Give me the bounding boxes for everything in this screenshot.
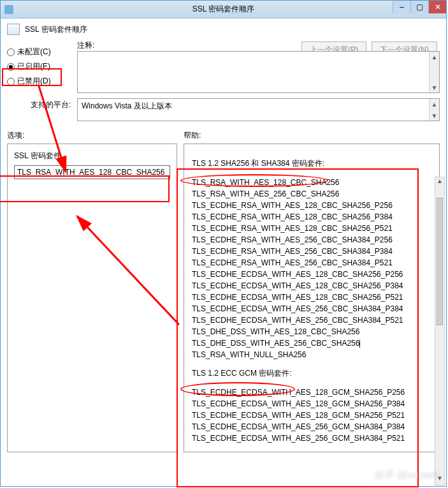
cipher-suite-input[interactable]: TLS_RSA_WITH_AES_128_CBC_SHA256	[14, 165, 170, 179]
cipher-suite-item: TLS_DHE_DSS_WITH_AES_128_CBC_SHA256	[192, 327, 426, 336]
watermark: 知乎 @onme0	[373, 469, 438, 482]
cipher-suite-item: TLS_ECDHE_ECDSA_WITH_AES_128_GCM_SHA256_…	[192, 388, 426, 397]
radio-not-configured[interactable]: 未配置(C)	[7, 47, 71, 57]
help-heading: TLS 1.2 SHA256 和 SHA384 密码套件:	[192, 158, 426, 169]
cipher-suite-item: TLS_ECDHE_ECDSA_WITH_AES_256_CBC_SHA384_…	[192, 316, 426, 325]
suite-label: SSL 密码套件	[14, 151, 170, 161]
cipher-suite-item: TLS_DHE_DSS_WITH_AES_256_CBC_SHA256	[192, 339, 426, 348]
help-label: 帮助:	[184, 130, 440, 141]
cipher-suite-item: TLS_RSA_WITH_AES_256_CBC_SHA256	[192, 189, 426, 198]
options-panel: SSL 密码套件 TLS_RSA_WITH_AES_128_CBC_SHA256	[7, 144, 177, 452]
help-panel: TLS 1.2 SHA256 和 SHA384 密码套件:TLS_RSA_WIT…	[184, 144, 440, 452]
options-label: 选项:	[7, 130, 177, 141]
scroll-up-icon: ▲	[430, 52, 439, 62]
platform-text: Windows Vista 及以上版本	[82, 101, 172, 110]
radio-disabled[interactable]: 已禁用(D)	[7, 76, 71, 87]
radio-label: 未配置(C)	[17, 47, 51, 57]
radio-icon	[7, 63, 15, 71]
titlebar: SSL 密码套件顺序 – ▢ ✕	[1, 1, 446, 18]
scroll-down-icon: ▼	[430, 82, 439, 92]
radio-enabled[interactable]: 已启用(E)	[7, 61, 71, 72]
radio-icon	[7, 48, 15, 56]
cipher-suite-item: TLS_ECDHE_ECDSA_WITH_AES_128_GCM_SHA256_…	[192, 411, 426, 420]
scroll-down-icon: ▼	[430, 110, 439, 121]
maximize-button[interactable]: ▢	[410, 1, 428, 13]
radio-label: 已禁用(D)	[17, 76, 51, 87]
cipher-suite-item: TLS_ECDHE_RSA_WITH_AES_256_CBC_SHA384_P3…	[192, 247, 426, 256]
scrollbar[interactable]: ▲ ▼	[429, 99, 439, 121]
page-header: SSL 密码套件顺序	[7, 24, 440, 35]
scroll-up-icon: ▲	[435, 177, 444, 188]
platform-label: 支持的平台:	[7, 100, 71, 110]
cipher-suite-item: TLS_ECDHE_RSA_WITH_AES_128_CBC_SHA256_P3…	[192, 212, 426, 221]
help-heading: TLS 1.2 ECC GCM 密码套件:	[192, 368, 426, 379]
minimize-button[interactable]: –	[393, 1, 410, 13]
cipher-suite-item: TLS_ECDHE_ECDSA_WITH_AES_128_GCM_SHA256_…	[192, 399, 426, 408]
scrollbar[interactable]: ▲ ▼	[429, 52, 439, 92]
cipher-suite-item: TLS_ECDHE_RSA_WITH_AES_128_CBC_SHA256_P2…	[192, 201, 426, 210]
cipher-suite-item: TLS_RSA_WITH_NULL_SHA256	[192, 350, 426, 359]
app-icon	[4, 5, 13, 14]
close-button[interactable]: ✕	[428, 1, 446, 13]
scroll-up-icon: ▲	[430, 99, 439, 109]
cipher-suite-item: TLS_ECDHE_RSA_WITH_AES_256_CBC_SHA384_P5…	[192, 258, 426, 267]
cipher-suite-item: TLS_ECDHE_ECDSA_WITH_AES_256_CBC_SHA384_…	[192, 304, 426, 313]
cipher-suite-item: TLS_ECDHE_ECDSA_WITH_AES_128_CBC_SHA256_…	[192, 281, 426, 290]
radio-label: 已启用(E)	[17, 61, 50, 72]
cipher-suite-item: TLS_ECDHE_ECDSA_WITH_AES_128_CBC_SHA256_…	[192, 293, 426, 302]
cipher-suite-item: TLS_ECDHE_ECDSA_WITH_AES_256_GCM_SHA384_…	[192, 422, 426, 431]
scroll-thumb[interactable]	[437, 198, 443, 325]
window-title: SSL 密码套件顺序	[192, 4, 255, 15]
cipher-suite-item: TLS_ECDHE_ECDSA_WITH_AES_256_GCM_SHA384_…	[192, 434, 426, 443]
platform-box: Windows Vista 及以上版本 ▲ ▼	[77, 98, 440, 121]
radio-icon	[7, 78, 15, 85]
page-title: SSL 密码套件顺序	[25, 24, 87, 35]
cipher-suite-item: TLS_RSA_WITH_AES_128_CBC_SHA256	[192, 178, 426, 187]
scrollbar[interactable]: ▲ ▼	[435, 177, 445, 485]
cipher-suite-item: TLS_ECDHE_RSA_WITH_AES_256_CBC_SHA384_P2…	[192, 235, 426, 244]
cipher-suite-item: TLS_ECDHE_RSA_WITH_AES_128_CBC_SHA256_P5…	[192, 224, 426, 233]
comment-textarea[interactable]: ▲ ▼	[77, 51, 440, 93]
cipher-suite-item: TLS_ECDHE_ECDSA_WITH_AES_128_CBC_SHA256_…	[192, 270, 426, 279]
policy-icon	[7, 24, 20, 35]
